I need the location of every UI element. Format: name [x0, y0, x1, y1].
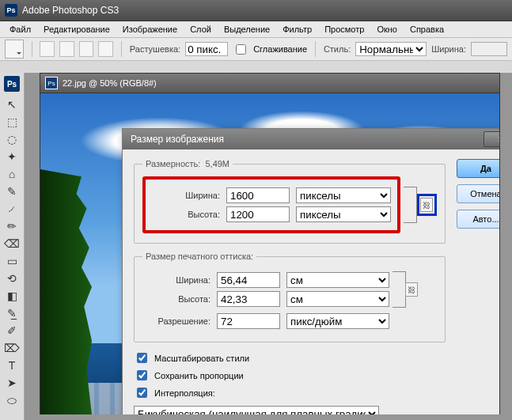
new-selection-icon[interactable] [40, 41, 55, 57]
menu-image[interactable]: Изображение [116, 23, 184, 36]
menu-edit[interactable]: Редактирование [37, 23, 116, 36]
menu-file[interactable]: Файл [3, 23, 37, 36]
antialias-label: Сглаживание [253, 44, 307, 54]
toolbox: Ps ↖ ⬚ ◌ ✦ ⌂ ✎ ⟋ ✏ ⌫ ▭ ⟲ ◧ ✎̲ ✐ ⌦ T ➤ ⬭ [0, 73, 25, 74]
separator [32, 41, 32, 57]
width-label: Ширина: [431, 44, 466, 54]
tool-preset-picker[interactable] [5, 40, 24, 59]
menu-window[interactable]: Окно [370, 23, 404, 36]
workspace: Ps ↖ ⬚ ◌ ✦ ⌂ ✎ ⟋ ✏ ⌫ ▭ ⟲ ◧ ✎̲ ✐ ⌦ T ➤ ⬭ … [0, 73, 512, 74]
menu-select[interactable]: Выделение [218, 23, 276, 36]
menu-view[interactable]: Просмотр [318, 23, 370, 36]
menubar: Файл Редактирование Изображение Слой Выд… [0, 21, 512, 38]
subtract-selection-icon[interactable] [79, 41, 94, 57]
menu-help[interactable]: Справка [404, 23, 450, 36]
menu-filter[interactable]: Фильтр [276, 23, 318, 36]
antialias-checkbox[interactable]: Сглаживание [233, 42, 307, 57]
app-icon: Ps [5, 4, 17, 17]
feather-input[interactable] [185, 42, 228, 56]
style-label: Стиль: [324, 44, 351, 54]
separator [121, 41, 122, 57]
separator [315, 41, 316, 57]
width-input[interactable] [471, 42, 507, 56]
options-bar: Растушевка: Сглаживание Стиль: Нормальны… [0, 38, 512, 61]
intersect-selection-icon[interactable] [98, 41, 113, 57]
menu-layer[interactable]: Слой [184, 23, 218, 36]
style-select[interactable]: Нормальный [355, 42, 427, 56]
antialias-check[interactable] [236, 44, 246, 55]
app-title: Adobe Photoshop CS3 [22, 5, 119, 16]
document-titlebar[interactable]: Ps 22.jpg @ 50% (RGB/8#) [40, 74, 499, 74]
add-selection-icon[interactable] [59, 41, 74, 57]
app-titlebar: Ps Adobe Photoshop CS3 [0, 0, 512, 21]
document-window: Ps 22.jpg @ 50% (RGB/8#) Размер изображе… [40, 73, 500, 74]
feather-label: Растушевка: [130, 44, 180, 54]
